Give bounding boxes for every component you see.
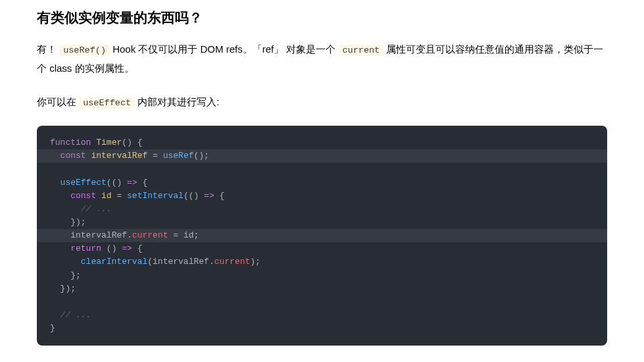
code-block: function Timer() { const intervalRef = u…: [37, 126, 607, 346]
paragraph-1: 有！ useRef() Hook 不仅可以用于 DOM refs。「ref」 对…: [37, 40, 607, 78]
code-line: [37, 163, 607, 176]
code-line: });: [37, 216, 607, 229]
code-line: // ...: [37, 203, 607, 216]
code-line: }: [37, 322, 607, 335]
code-line: clearInterval(intervalRef.current);: [37, 255, 607, 269]
code-line: intervalRef.current = id;: [37, 229, 607, 242]
section-heading: 有类似实例变量的东西吗？: [37, 8, 607, 27]
code-line: return () => {: [37, 242, 607, 255]
text: Hook 不仅可以用于 DOM refs。「ref」 对象是一个: [112, 43, 338, 55]
article-container: 有类似实例变量的东西吗？ 有！ useRef() Hook 不仅可以用于 DOM…: [0, 0, 644, 359]
text: 有！: [37, 43, 57, 55]
code-line: const intervalRef = useRef();: [37, 149, 607, 163]
code-line: // ...: [37, 309, 607, 322]
inline-code-current: current: [339, 45, 384, 56]
code-line: useEffect(() => {: [37, 176, 607, 190]
code-line: });: [37, 282, 607, 296]
code-line: const id = setInterval(() => {: [37, 190, 607, 203]
code-line: function Timer() {: [37, 136, 607, 149]
text: 内部对其进行写入:: [137, 96, 219, 107]
text: 你可以在: [37, 96, 79, 107]
inline-code-useeffect: useEffect: [79, 97, 135, 109]
code-line: };: [37, 269, 607, 282]
code-line: [37, 296, 607, 309]
inline-code-useref: useRef(): [59, 45, 110, 56]
paragraph-2: 你可以在 useEffect 内部对其进行写入:: [37, 93, 607, 112]
